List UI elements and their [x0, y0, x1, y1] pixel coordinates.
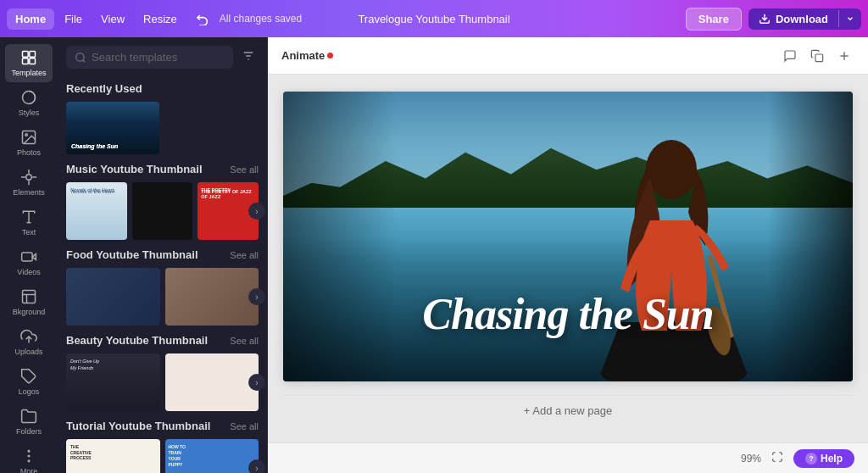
food-thumb-2[interactable] [165, 268, 259, 326]
canvas-main-text[interactable]: Chasing the Sun [283, 289, 853, 339]
music-see-all[interactable]: See all [230, 164, 259, 175]
music-thumb-row: Novels of the Heart THE POETRYOF JAZZ › [66, 182, 259, 240]
question-mark-icon: ? [805, 453, 817, 465]
add-page-button[interactable]: + Add a new page [524, 404, 612, 417]
animate-dot [327, 53, 333, 58]
undo-button[interactable] [187, 8, 218, 29]
animate-button[interactable]: Animate [281, 49, 333, 62]
saved-status: All changes saved [220, 13, 302, 25]
person-silhouette [604, 136, 739, 381]
music-thumbs: Novels of the Heart THE POETRYOF JAZZ [66, 182, 259, 240]
filter-icon [242, 49, 255, 63]
search-input-wrap[interactable] [66, 46, 233, 69]
icon-sidebar: Templates Styles Photos Elements [0, 37, 58, 473]
music-nav-next[interactable]: › [248, 203, 265, 220]
food-section-header: Food Youtube Thumbnail See all [66, 248, 259, 261]
food-thumbs [66, 268, 259, 326]
sidebar-item-more[interactable]: More [5, 442, 53, 473]
view-menu[interactable]: View [92, 9, 133, 29]
comment-button[interactable] [780, 46, 800, 66]
search-bar [58, 37, 267, 74]
svg-rect-3 [23, 58, 29, 64]
tutorial-thumb-1[interactable]: THECREATIVEPROCESS [66, 439, 160, 473]
beauty-thumb-row: Don't Give UpMy Friends › [66, 353, 259, 411]
svg-point-16 [28, 450, 30, 452]
home-button[interactable]: Home [7, 8, 54, 30]
sidebar-item-styles[interactable]: Styles [5, 84, 53, 122]
tutorial-thumb-2[interactable]: HOW TOTRAINYOURPUPPY [165, 439, 259, 473]
search-icon [75, 52, 86, 64]
sidebar-item-uploads[interactable]: Uploads [5, 323, 53, 361]
recently-used-title: Recently Used [66, 82, 142, 95]
nav-right: Share Download [686, 8, 861, 31]
nav-left: Home File View Resize All changes saved [7, 8, 682, 30]
svg-rect-2 [30, 52, 36, 58]
resize-menu[interactable]: Resize [135, 9, 186, 29]
music-title: Music Youtube Thumbnail [66, 163, 203, 175]
beauty-title: Beauty Youtube Thumbnail [66, 334, 208, 347]
sidebar-item-logos[interactable]: Logos [5, 363, 53, 401]
help-button[interactable]: ? Help [793, 449, 854, 468]
beauty-thumbs: Don't Give UpMy Friends [66, 353, 259, 411]
music-section-header: Music Youtube Thumbnail See all [66, 163, 259, 175]
canvas-area: Animate [268, 37, 868, 473]
music-thumb-2[interactable] [132, 182, 193, 240]
document-title: Travelogue Youtube Thumbnail [358, 13, 509, 25]
tutorial-thumb-row: THECREATIVEPROCESS HOW TOTRAINYOURPUPPY … [66, 439, 259, 473]
sidebar-item-photos[interactable]: Photos [5, 124, 53, 162]
search-input[interactable] [92, 51, 225, 64]
tutorial-thumbs: THECREATIVEPROCESS HOW TOTRAINYOURPUPPY [66, 439, 259, 473]
canvas-photo-bg: Chasing the Sun [283, 92, 853, 381]
svg-point-8 [26, 175, 32, 181]
fullscreen-button[interactable] [768, 449, 787, 467]
templates-panel: Recently Used Chasing the Sun Music Yout… [58, 37, 268, 473]
add-page-area: + Add a new page [283, 395, 853, 426]
tutorial-title: Tutorial Youtube Thumbnail [66, 420, 210, 432]
tutorial-see-all[interactable]: See all [230, 421, 259, 431]
beauty-see-all[interactable]: See all [230, 336, 259, 346]
comment-icon [783, 49, 797, 63]
copy-button[interactable] [807, 46, 827, 66]
svg-rect-1 [23, 52, 29, 58]
svg-point-7 [25, 134, 27, 136]
sidebar-item-elements[interactable]: Elements [5, 164, 53, 202]
sidebar-item-text[interactable]: Text [5, 203, 53, 242]
recently-used-row: Chasing the Sun [66, 102, 259, 154]
svg-rect-11 [22, 253, 33, 261]
music-thumb-1[interactable]: Novels of the Heart [66, 182, 127, 240]
toolbar-right [780, 46, 854, 66]
svg-point-19 [76, 53, 84, 60]
zoom-level: 99% [741, 453, 761, 465]
sidebar-item-folders[interactable]: Folders [5, 403, 53, 441]
sidebar-item-templates[interactable]: Templates [5, 44, 53, 82]
canvas-toolbar: Animate [268, 37, 868, 75]
svg-point-27 [646, 140, 697, 199]
food-nav-next[interactable]: › [248, 288, 265, 305]
filter-button[interactable] [238, 46, 259, 69]
recently-used-thumb[interactable]: Chasing the Sun [66, 102, 159, 154]
canvas-wrapper[interactable]: Chasing the Sun [283, 92, 853, 381]
add-icon [837, 49, 851, 63]
download-dropdown-button[interactable] [838, 10, 861, 27]
svg-point-17 [28, 455, 30, 457]
download-button[interactable]: Download [748, 8, 838, 30]
canvas-scroll[interactable]: Chasing the Sun + Add a new page [268, 75, 868, 442]
tutorial-nav-next[interactable]: › [248, 459, 265, 473]
share-button[interactable]: Share [686, 8, 742, 31]
sidebar-item-background[interactable]: Bkground [5, 283, 53, 321]
beauty-section-header: Beauty Youtube Thumbnail See all [66, 334, 259, 347]
file-menu[interactable]: File [56, 9, 91, 29]
beauty-thumb-1[interactable]: Don't Give UpMy Friends [66, 353, 160, 411]
main-layout: Templates Styles Photos Elements [0, 37, 868, 473]
food-thumb-1[interactable] [66, 268, 160, 326]
add-button[interactable] [834, 46, 854, 66]
beauty-nav-next[interactable]: › [248, 374, 265, 391]
svg-point-18 [28, 460, 30, 462]
food-title: Food Youtube Thumbnail [66, 248, 198, 261]
tutorial-section-header: Tutorial Youtube Thumbnail See all [66, 420, 259, 432]
canvas-footer: 99% ? Help [268, 442, 868, 473]
food-see-all[interactable]: See all [230, 250, 259, 260]
sidebar-item-videos[interactable]: Videos [5, 243, 53, 281]
svg-rect-13 [23, 291, 36, 303]
beauty-thumb-2[interactable] [165, 353, 259, 411]
